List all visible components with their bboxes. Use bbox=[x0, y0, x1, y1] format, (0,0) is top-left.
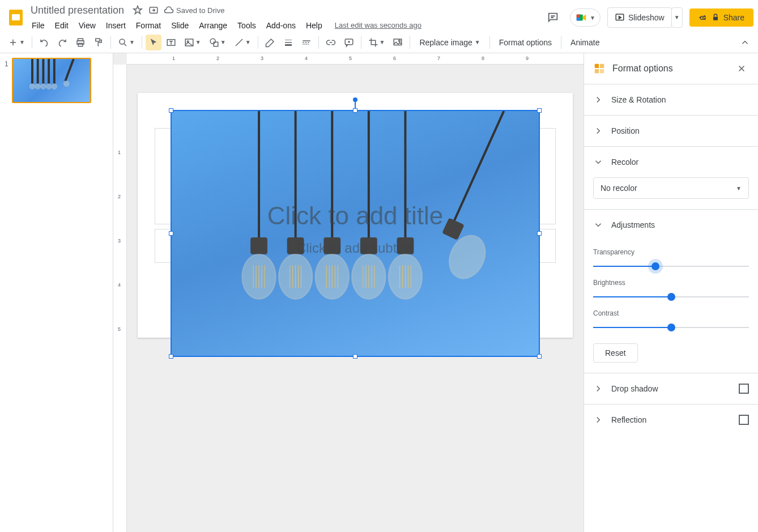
svg-text:2: 2 bbox=[216, 56, 219, 61]
svg-rect-12 bbox=[96, 39, 100, 41]
recolor-select[interactable]: No recolor ▼ bbox=[593, 177, 749, 199]
menu-file[interactable]: File bbox=[27, 19, 49, 32]
svg-text:9: 9 bbox=[526, 56, 529, 61]
chevron-right-icon bbox=[593, 415, 603, 425]
share-button[interactable]: Share bbox=[689, 8, 753, 27]
svg-rect-69 bbox=[600, 69, 604, 73]
link-button[interactable] bbox=[322, 35, 339, 50]
svg-text:4: 4 bbox=[305, 56, 308, 61]
menu-arrange[interactable]: Arrange bbox=[194, 19, 232, 32]
resize-handle-mr[interactable] bbox=[537, 231, 542, 236]
contrast-slider[interactable] bbox=[593, 323, 749, 332]
slideshow-dropdown[interactable]: ▼ bbox=[671, 7, 683, 28]
slides-logo[interactable] bbox=[5, 6, 27, 29]
contrast-label: Contrast bbox=[593, 309, 749, 317]
menu-insert[interactable]: Insert bbox=[101, 19, 130, 32]
resize-handle-bm[interactable] bbox=[353, 354, 357, 359]
undo-button[interactable] bbox=[36, 35, 53, 50]
paint-format-button[interactable] bbox=[90, 35, 107, 50]
zoom-button[interactable]: ▼ bbox=[114, 35, 138, 50]
svg-text:2: 2 bbox=[118, 194, 121, 199]
slide[interactable]: Click to add title Click to add subtitle bbox=[138, 93, 573, 338]
new-slide-button[interactable]: ▼ bbox=[5, 35, 28, 50]
resize-handle-ml[interactable] bbox=[169, 231, 173, 236]
svg-text:7: 7 bbox=[437, 56, 440, 61]
image-tool[interactable]: ▼ bbox=[181, 35, 205, 50]
recolor-section[interactable]: Recolor bbox=[584, 147, 758, 177]
svg-line-27 bbox=[65, 59, 74, 81]
comment-button[interactable] bbox=[340, 35, 357, 50]
adjustments-section[interactable]: Adjustments bbox=[584, 210, 758, 240]
svg-point-30 bbox=[40, 84, 46, 90]
menu-tools[interactable]: Tools bbox=[233, 19, 261, 32]
rotate-handle[interactable] bbox=[353, 97, 357, 102]
animate-button[interactable]: Animate bbox=[565, 35, 605, 50]
redo-button[interactable] bbox=[54, 35, 71, 50]
subtitle-placeholder-text: Click to add subtitle bbox=[172, 240, 539, 256]
menu-edit[interactable]: Edit bbox=[50, 19, 73, 32]
menu-view[interactable]: View bbox=[74, 19, 100, 32]
svg-point-21 bbox=[399, 40, 401, 41]
svg-text:8: 8 bbox=[482, 56, 484, 61]
svg-point-33 bbox=[63, 81, 69, 87]
svg-rect-8 bbox=[713, 17, 718, 20]
menu-addons[interactable]: Add-ons bbox=[262, 19, 300, 32]
chevron-down-icon bbox=[593, 220, 603, 230]
border-dash-button[interactable] bbox=[298, 35, 315, 50]
drop-shadow-checkbox[interactable] bbox=[739, 384, 749, 394]
textbox-tool[interactable] bbox=[163, 35, 180, 50]
border-weight-button[interactable] bbox=[280, 35, 297, 50]
menu-slide[interactable]: Slide bbox=[167, 19, 193, 32]
menu-bar: File Edit View Insert Format Slide Arran… bbox=[27, 18, 543, 32]
format-options-button[interactable]: Format options bbox=[493, 35, 557, 50]
move-icon[interactable] bbox=[148, 5, 159, 16]
svg-text:5: 5 bbox=[349, 56, 352, 61]
slideshow-button[interactable]: Slideshow bbox=[607, 7, 672, 28]
brightness-slider[interactable] bbox=[593, 292, 749, 301]
select-tool[interactable] bbox=[146, 35, 161, 50]
selected-image[interactable]: Click to add title Click to add subtitle bbox=[171, 110, 540, 357]
last-edit-link[interactable]: Last edit was seconds ago bbox=[335, 21, 421, 29]
brightness-label: Brightness bbox=[593, 279, 749, 287]
size-rotation-section[interactable]: Size & Rotation bbox=[584, 84, 758, 115]
resize-handle-tl[interactable] bbox=[169, 108, 173, 113]
title-placeholder-text: Click to add title bbox=[172, 202, 539, 230]
print-button[interactable] bbox=[72, 35, 89, 50]
sidebar-title: Format options bbox=[612, 63, 727, 74]
replace-image-button[interactable]: Replace image▼ bbox=[414, 35, 486, 50]
drop-shadow-section[interactable]: Drop shadow bbox=[584, 373, 758, 404]
svg-point-29 bbox=[35, 84, 41, 90]
svg-text:3: 3 bbox=[261, 56, 263, 61]
chevron-right-icon bbox=[593, 95, 603, 105]
resize-handle-bl[interactable] bbox=[169, 354, 173, 359]
reflection-section[interactable]: Reflection bbox=[584, 405, 758, 435]
menu-format[interactable]: Format bbox=[131, 19, 165, 32]
svg-rect-68 bbox=[595, 69, 599, 73]
close-sidebar-button[interactable] bbox=[734, 61, 749, 76]
vertical-ruler: 123 45 bbox=[113, 65, 127, 532]
border-color-button[interactable] bbox=[262, 35, 279, 50]
collapse-toolbar-button[interactable] bbox=[736, 35, 753, 50]
star-icon[interactable] bbox=[132, 5, 143, 16]
reflection-checkbox[interactable] bbox=[739, 415, 749, 425]
crop-button[interactable]: ▼ bbox=[365, 35, 389, 50]
comments-icon[interactable] bbox=[543, 7, 563, 28]
reset-button[interactable]: Reset bbox=[593, 343, 638, 363]
mask-button[interactable] bbox=[389, 35, 406, 50]
doc-title[interactable]: Untitled presentation bbox=[27, 3, 127, 18]
resize-handle-br[interactable] bbox=[537, 354, 542, 359]
slide-thumbnail[interactable] bbox=[12, 58, 91, 103]
position-section[interactable]: Position bbox=[584, 116, 758, 146]
meet-button[interactable]: ▼ bbox=[570, 8, 601, 27]
cloud-save-status[interactable]: Saved to Drive bbox=[164, 5, 224, 15]
svg-text:6: 6 bbox=[393, 56, 396, 61]
menu-help[interactable]: Help bbox=[301, 19, 327, 32]
resize-handle-tm[interactable] bbox=[353, 108, 357, 113]
horizontal-ruler: 123 456 789 bbox=[127, 53, 584, 65]
resize-handle-tr[interactable] bbox=[537, 108, 542, 113]
transparency-slider[interactable] bbox=[593, 262, 749, 271]
line-tool[interactable]: ▼ bbox=[231, 35, 254, 50]
shape-tool[interactable]: ▼ bbox=[206, 35, 229, 50]
svg-point-17 bbox=[210, 39, 215, 44]
canvas-area[interactable]: 123 456 789 123 45 bbox=[113, 53, 584, 532]
